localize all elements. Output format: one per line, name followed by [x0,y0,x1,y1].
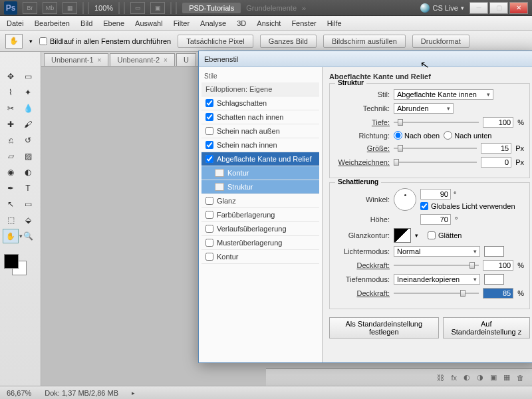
workspace-psd-tutorials[interactable]: PSD-Tutorials [182,3,241,13]
fill-icon[interactable]: ◑ [477,373,483,382]
maximize-button[interactable]: ▢ [489,2,508,14]
dialog-titlebar[interactable]: Ebenenstil [199,51,532,67]
color-swatches[interactable] [3,249,32,275]
workspace-more-icon[interactable]: » [302,4,306,12]
mask-icon[interactable]: ◐ [464,373,470,382]
arrange-button[interactable]: ▭ [130,2,145,14]
menu-ansicht[interactable]: Ansicht [257,19,281,27]
fx-icon[interactable]: fx [451,374,457,382]
highlight-mode-select[interactable]: Normal [394,246,480,257]
altitude-input[interactable]: 70 [420,214,451,225]
type-tool[interactable]: T [20,181,36,196]
actual-pixels-button[interactable]: Tatsächliche Pixel [178,35,253,48]
shadow-color-swatch[interactable] [484,274,504,285]
close-icon[interactable]: × [98,57,102,64]
wand-tool[interactable]: ✦ [20,85,36,100]
zoom-display[interactable]: 100% [94,4,113,12]
angle-input[interactable]: 90 [420,189,451,200]
move-tool[interactable]: ✥ [3,69,19,84]
style-inner-glow[interactable]: Schein nach innen [201,138,319,152]
technique-select[interactable]: Abrunden [394,103,454,114]
menu-3d[interactable]: 3D [237,19,246,27]
direction-up-radio[interactable]: Nach oben [394,131,440,140]
doc-tab-2[interactable]: Unbenannt-2× [110,53,174,66]
doc-size[interactable]: Dok: 1,37 MB/2,86 MB [45,389,118,397]
style-inner-shadow[interactable]: Schatten nach innen [201,110,319,124]
3d-cam-tool[interactable]: ⬙ [20,213,36,227]
soften-input[interactable]: 0 [481,157,511,168]
shadow-mode-select[interactable]: Ineinanderkopieren [394,274,480,285]
bridge-button[interactable]: Br [23,2,37,14]
global-light-checkbox[interactable]: Globales Licht verwenden [420,202,515,210]
style-gradient-overlay[interactable]: Verlaufsüberlagerung [201,222,319,236]
highlight-color-swatch[interactable] [484,246,504,257]
menu-ebene[interactable]: Ebene [103,19,124,27]
depth-input[interactable]: 100 [483,117,513,128]
dodge-tool[interactable]: ◐ [20,165,36,180]
marquee-tool[interactable]: ▭ [20,69,36,84]
3d-tool[interactable]: ⬚ [3,213,19,227]
make-default-button[interactable]: Als Standardeinstellung festlegen [329,317,439,338]
menu-analyse[interactable]: Analyse [200,19,226,27]
style-bevel-emboss[interactable]: Abgeflachte Kante und Relief [201,152,319,166]
crop-tool[interactable]: ✂ [3,101,19,116]
fit-screen-button[interactable]: Ganzes Bild [260,35,317,48]
size-input[interactable]: 15 [481,143,511,154]
close-button[interactable]: ✕ [509,2,528,14]
eyedropper-tool[interactable]: 💧 [20,101,36,116]
heal-tool[interactable]: ✚ [3,117,19,132]
stamp-tool[interactable]: ⎌ [3,133,19,148]
history-brush-tool[interactable]: ↺ [20,133,36,148]
direction-down-radio[interactable]: Nach unten [444,131,491,140]
style-bevel-texture[interactable]: Struktur [201,180,319,194]
shadow-opacity-slider[interactable] [394,291,479,295]
style-bevel-contour[interactable]: Kontur [201,166,319,180]
fill-screen-button[interactable]: Bildschirm ausfüllen [323,35,406,48]
style-drop-shadow[interactable]: Schlagschatten [201,96,319,110]
style-satin[interactable]: Glanz [201,194,319,208]
antialias-checkbox[interactable]: Glätten [428,231,462,239]
screenmode-button[interactable]: ▣ [150,2,165,14]
angle-dial[interactable] [394,188,416,211]
size-slider[interactable] [394,146,477,150]
styles-header[interactable]: Stile [201,71,319,82]
workspace-grundelemente[interactable]: Grundelemente [246,4,297,12]
depth-slider[interactable] [394,120,479,124]
zoom-field[interactable]: 66,67% [7,389,31,397]
fill-options-header[interactable]: Fülloptionen: Eigene [201,82,319,96]
style-stroke[interactable]: Kontur [201,250,319,264]
link-icon[interactable]: ⛓ [437,374,444,382]
style-select[interactable]: Abgeflachte Kante innen [394,89,493,100]
cslive-label[interactable]: CS Live [432,4,458,12]
style-color-overlay[interactable]: Farbüberlagerung [201,208,319,222]
pen-tool[interactable]: ✒ [3,181,19,196]
folder-icon[interactable]: ▣ [490,373,497,382]
eraser-tool[interactable]: ▱ [3,149,19,164]
menu-filter[interactable]: Filter [174,19,190,27]
menu-bearbeiten[interactable]: Bearbeiten [35,19,70,27]
close-icon[interactable]: × [164,57,168,64]
print-size-button[interactable]: Druckformat [412,35,469,48]
lasso-tool[interactable]: ⌇ [3,85,19,100]
gloss-contour-picker[interactable] [394,228,411,243]
blur-tool[interactable]: ◉ [3,165,19,180]
brush-tool[interactable]: 🖌 [20,117,36,132]
hand-tool-icon[interactable]: ✋ [5,34,23,49]
minimize-button[interactable]: ─ [469,2,488,14]
trash-icon[interactable]: 🗑 [517,374,524,382]
reset-default-button[interactable]: Auf Standardeinstellung z [443,317,530,338]
menu-datei[interactable]: Datei [7,19,24,27]
highlight-opacity-slider[interactable] [394,263,479,267]
hand-tool[interactable]: ✋ [3,229,19,243]
path-tool[interactable]: ↖ [3,197,19,211]
highlight-opacity-input[interactable]: 100 [483,260,513,271]
minibridge-button[interactable]: Mb [43,2,57,14]
scroll-all-windows-checkbox[interactable]: Bildlauf in allen Fenstern durchführen [39,37,171,45]
view-extras-button[interactable]: ▦ [63,2,77,14]
shadow-opacity-input[interactable]: 85 [483,288,513,299]
new-layer-icon[interactable]: ▦ [503,373,510,382]
style-pattern-overlay[interactable]: Musterüberlagerung [201,236,319,250]
style-outer-glow[interactable]: Schein nach außen [201,124,319,138]
zoom-tool[interactable]: 🔍 [20,229,36,243]
doc-tab-3[interactable]: U [176,53,196,66]
